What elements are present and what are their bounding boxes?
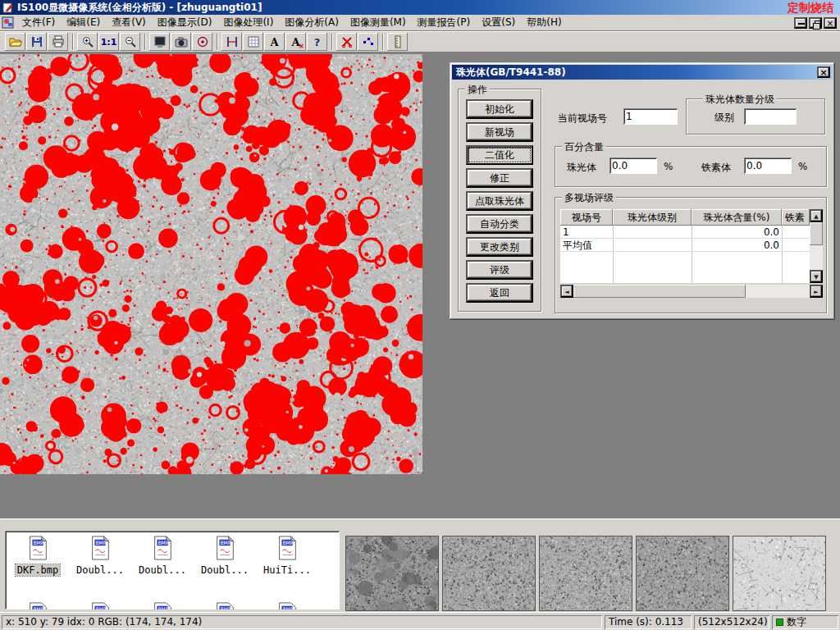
file-item[interactable]: BMP Doubl...: [195, 535, 254, 576]
col-header-content[interactable]: 珠光体含量(%): [692, 209, 782, 226]
actual-size-button[interactable]: 1:1: [98, 33, 119, 51]
bmp-file-icon: BMP: [212, 535, 237, 561]
points-icon: [362, 35, 375, 48]
bmp-file-icon: BMP: [275, 535, 299, 561]
menu-report[interactable]: 测量报告(P): [412, 14, 477, 31]
svg-text:BMP: BMP: [33, 606, 43, 609]
menu-edit[interactable]: 编辑(E): [61, 14, 106, 31]
letter-a-icon: A: [270, 36, 278, 48]
file-name[interactable]: Doubl...: [199, 564, 250, 576]
pick-pearlite-button[interactable]: 点取珠光体: [466, 191, 533, 211]
micrograph-image[interactable]: [0, 54, 422, 474]
file-name[interactable]: HuiTi...: [262, 564, 313, 576]
thumbnail-image[interactable]: [636, 536, 729, 611]
horizontal-scrollbar[interactable]: ◄ ►: [560, 285, 823, 298]
status-bar: x: 510 y: 79 idx: 0 RGB: (174, 174, 174)…: [0, 612, 840, 630]
menu-file[interactable]: 文件(F): [16, 14, 61, 31]
file-item[interactable]: BMP: [8, 601, 67, 609]
cut-button[interactable]: [336, 33, 357, 51]
scroll-left-button[interactable]: ◄: [560, 285, 573, 298]
init-button[interactable]: 初始化: [466, 99, 533, 119]
auto-classify-button[interactable]: 自动分类: [466, 214, 533, 234]
file-name[interactable]: Doubl...: [75, 564, 126, 576]
file-item[interactable]: BMP HuiTi...: [258, 535, 317, 576]
menu-image-measure[interactable]: 图像测量(M): [345, 14, 412, 31]
mdi-restore-button[interactable]: [809, 17, 822, 29]
camera-icon: [175, 35, 188, 48]
font-style-button[interactable]: A×: [285, 33, 306, 51]
grade-input[interactable]: [744, 108, 797, 125]
horizontal-scroll-thumb[interactable]: [573, 285, 746, 298]
cell-field: 1: [560, 226, 613, 239]
ruler-button[interactable]: [387, 33, 408, 51]
return-button[interactable]: 返回: [466, 283, 533, 303]
open-button[interactable]: [5, 33, 25, 51]
new-field-button[interactable]: 新视场: [466, 122, 533, 142]
change-class-button[interactable]: 更改类别: [466, 237, 533, 257]
print-button[interactable]: [48, 33, 68, 51]
watermark-text: 定制烧结: [788, 1, 833, 16]
file-item[interactable]: BMP Doubl...: [133, 535, 192, 576]
ferrite-input[interactable]: [744, 158, 792, 174]
thumbnail-image[interactable]: [539, 536, 632, 611]
correct-button[interactable]: 修正: [466, 168, 533, 188]
text-annotation-button[interactable]: A: [264, 33, 285, 51]
file-item[interactable]: BMP Doubl...: [71, 535, 130, 576]
table-row[interactable]: 平均值 0.0: [560, 239, 810, 252]
mdi-minimize-button[interactable]: [794, 17, 807, 29]
pearlite-input[interactable]: [609, 158, 657, 174]
vertical-scroll-thumb[interactable]: [810, 222, 823, 245]
file-item[interactable]: BMP DKF.bmp: [8, 535, 67, 576]
file-name[interactable]: Doubl...: [137, 564, 188, 576]
camera-button[interactable]: [171, 33, 191, 51]
zoom-in-button[interactable]: [77, 33, 98, 51]
bmp-file-icon: BMP: [212, 601, 237, 609]
file-item[interactable]: BMP: [258, 601, 317, 609]
caliper-button[interactable]: [221, 33, 242, 51]
file-item[interactable]: BMP: [133, 601, 192, 609]
thumbnail-image[interactable]: [345, 536, 439, 611]
menu-image-process[interactable]: 图像处理(I): [217, 14, 279, 31]
document-system-icon[interactable]: [2, 16, 14, 29]
point-measure-button[interactable]: [358, 33, 378, 51]
scroll-up-button[interactable]: ▲: [810, 209, 823, 222]
zoom-out-button[interactable]: [120, 33, 140, 51]
toolbar-separator: [217, 34, 218, 50]
minimize-icon: [798, 23, 805, 25]
target-button[interactable]: [192, 33, 212, 51]
col-header-ferrite[interactable]: 铁素: [782, 209, 810, 226]
restore-icon: [813, 21, 820, 28]
display-button[interactable]: [149, 33, 170, 51]
current-field-input[interactable]: [623, 108, 678, 125]
scroll-down-button[interactable]: ▼: [810, 270, 823, 283]
col-header-field[interactable]: 视场号: [560, 209, 613, 226]
menu-settings[interactable]: 设置(S): [476, 14, 521, 31]
svg-text:BMP: BMP: [158, 606, 168, 609]
save-button[interactable]: [26, 33, 47, 51]
current-field-label: 当前视场号: [558, 112, 607, 126]
menu-image-analysis[interactable]: 图像分析(A): [279, 14, 345, 31]
dialog-close-button[interactable]: ×: [817, 66, 830, 78]
file-list[interactable]: BMP DKF.bmp BMP Doubl... BMP Doubl... BM…: [5, 531, 340, 609]
col-header-grade[interactable]: 珠光体级别: [613, 209, 692, 226]
vertical-scrollbar[interactable]: ▲ ▼: [810, 209, 823, 283]
menu-view[interactable]: 查看(V): [106, 14, 152, 31]
grade-button[interactable]: 评级: [466, 260, 533, 280]
grid-button[interactable]: [243, 33, 263, 51]
scroll-right-button[interactable]: ►: [810, 285, 823, 298]
binarize-button[interactable]: 二值化: [466, 145, 533, 165]
menu-help[interactable]: 帮助(H): [521, 14, 567, 31]
dialog-titlebar[interactable]: 珠光体(GB/T9441-88) ×: [452, 65, 833, 80]
help-button[interactable]: ?: [307, 33, 327, 51]
file-browser-panel: BMP DKF.bmp BMP Doubl... BMP Doubl... BM…: [0, 518, 840, 612]
mdi-close-button[interactable]: ×: [824, 17, 837, 29]
table-row[interactable]: 1 0.0: [560, 226, 810, 239]
menu-image-display[interactable]: 图像显示(D): [152, 14, 218, 31]
file-item[interactable]: BMP: [71, 601, 130, 609]
file-item[interactable]: BMP: [195, 601, 254, 609]
file-name[interactable]: DKF.bmp: [16, 564, 61, 576]
thumbnail-image[interactable]: [442, 536, 536, 611]
target-icon: [196, 35, 209, 48]
thumbnail-image[interactable]: [733, 536, 826, 611]
small-x-icon: ×: [298, 42, 304, 50]
